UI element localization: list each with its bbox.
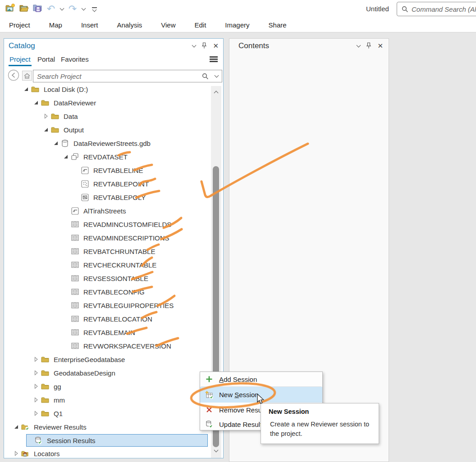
new-project-icon	[5, 4, 15, 14]
tree-item-gg[interactable]: gg	[5, 380, 210, 393]
search-dropdown-chevron-icon[interactable]	[215, 73, 219, 78]
tree-item-label: GeodatabaseDesign	[54, 369, 115, 377]
tree-item-locators[interactable]: Locators	[5, 447, 210, 458]
expander-spacer	[63, 234, 71, 241]
pane-options-menu-icon[interactable]	[210, 56, 218, 63]
chevron-down-icon	[81, 6, 86, 11]
tree-item-revtablelocation[interactable]: REVTABLELOCATION	[5, 312, 210, 326]
catalog-search-input[interactable]	[37, 72, 186, 80]
polygon-feature-class-icon	[81, 194, 89, 201]
save-project-button[interactable]	[31, 3, 44, 15]
collapse-arrow-icon[interactable]	[14, 423, 21, 430]
scroll-down-icon[interactable]	[214, 448, 219, 453]
tree-item-revtableguiproperties[interactable]: REVTABLEGUIPROPERTIES	[5, 299, 210, 312]
tree-item-reviewer-results[interactable]: Reviewer Results	[5, 420, 210, 434]
command-search-input[interactable]	[412, 5, 476, 13]
open-project-button[interactable]	[17, 3, 31, 15]
tree-item-label: REVTABLELINE	[93, 167, 143, 174]
expand-arrow-icon[interactable]	[14, 450, 21, 457]
tree-item-revtablepoly[interactable]: REVTABLEPOLY	[5, 190, 210, 204]
new-project-button[interactable]	[4, 3, 17, 15]
tree-item-revtablepoint[interactable]: REVTABLEPOINT	[5, 177, 210, 190]
tree-item-datareviewerstreets-gdb[interactable]: DataReviewerStreets.gdb	[5, 136, 210, 150]
tooltip: New Session Create a new Reviewer sessio…	[261, 403, 379, 444]
expand-arrow-icon[interactable]	[33, 410, 41, 417]
ribbon-tab-insert[interactable]: Insert	[81, 21, 98, 29]
tree-item-geodatabasedesign[interactable]: GeodatabaseDesign	[5, 366, 210, 380]
ribbon-tab-map[interactable]: Map	[49, 21, 62, 29]
command-search-box[interactable]	[397, 2, 476, 16]
tree-item-altirahstreets[interactable]: AlTirahStreets	[5, 204, 210, 217]
ribbon-tab-view[interactable]: View	[161, 21, 175, 29]
folder-icon	[41, 99, 49, 107]
collapse-arrow-icon[interactable]	[63, 153, 71, 160]
expand-arrow-icon[interactable]	[43, 113, 51, 120]
close-icon[interactable]: ✕	[377, 43, 383, 49]
collapse-arrow-icon[interactable]	[33, 99, 41, 106]
expander-spacer	[63, 329, 71, 336]
folder-icon	[51, 126, 59, 133]
expander-spacer	[63, 288, 71, 295]
tree-item-revworkspaceversion[interactable]: REVWORKSPACEVERSION	[5, 339, 210, 353]
collapse-arrow-icon[interactable]	[23, 86, 31, 93]
expand-arrow-icon[interactable]	[33, 356, 41, 363]
contents-pane-header: Contents ✕	[229, 39, 389, 53]
tree-item-q1[interactable]: Q1	[5, 407, 210, 420]
ribbon-tab-analysis[interactable]: Analysis	[117, 21, 142, 29]
menu-item-add-session[interactable]: Add Session	[200, 372, 322, 386]
search-icon[interactable]	[202, 73, 209, 80]
table-icon	[71, 275, 79, 282]
expand-arrow-icon[interactable]	[33, 383, 41, 390]
collapse-arrow-icon[interactable]	[43, 126, 51, 133]
catalog-tab-favorites[interactable]: Favorites	[61, 55, 89, 63]
tree-item-output[interactable]: Output	[5, 123, 210, 136]
tree-item-revtablemain[interactable]: REVTABLEMAIN	[5, 326, 210, 339]
save-project-icon	[32, 4, 42, 14]
tree-item-label: DataReviewerStreets.gdb	[73, 140, 151, 147]
collapse-arrow-icon[interactable]	[53, 140, 61, 147]
pane-menu-chevron-icon[interactable]	[192, 43, 197, 47]
tree-item-enterprisegeodatabase[interactable]: EnterpriseGeodatabase	[5, 353, 210, 366]
tree-item-label: AlTirahStreets	[83, 207, 126, 215]
catalog-tab-portal[interactable]: Portal	[37, 55, 55, 63]
expander-spacer	[27, 437, 34, 444]
back-button[interactable]	[8, 69, 19, 81]
tree-item-revtableconfig[interactable]: REVTABLECONFIG	[5, 285, 210, 299]
tree-item-label: REVADMINDESCRIPTIONS	[83, 234, 169, 242]
undo-button[interactable]: ↶	[44, 3, 58, 15]
ribbon-tab-edit[interactable]: Edit	[195, 21, 206, 29]
undo-dropdown[interactable]	[58, 3, 66, 15]
tree-item-session-results[interactable]: Session Results	[26, 434, 208, 447]
tree-item-data[interactable]: Data	[5, 109, 210, 123]
expand-arrow-icon[interactable]	[33, 369, 41, 376]
redo-button[interactable]: ↷	[66, 3, 79, 15]
ribbon-tab-imagery[interactable]: Imagery	[225, 21, 249, 29]
tree-item-revadmindescriptions[interactable]: REVADMINDESCRIPTIONS	[5, 231, 210, 245]
redo-dropdown[interactable]	[79, 3, 87, 15]
tree-item-label: Session Results	[47, 437, 96, 444]
catalog-tab-project[interactable]: Project	[9, 55, 31, 63]
tree-item-revdataset[interactable]: REVDATASET	[5, 150, 210, 163]
contents-pane-title: Contents	[238, 41, 269, 50]
tree-item-revcheckruntable[interactable]: REVCHECKRUNTABLE	[5, 258, 210, 272]
scroll-up-icon[interactable]	[214, 91, 219, 95]
tree-item-mm[interactable]: mm	[5, 393, 210, 407]
tree-item-local-disk-d-[interactable]: Local Disk (D:)	[5, 86, 210, 96]
pin-icon[interactable]	[366, 42, 371, 49]
table-icon	[71, 221, 79, 228]
tree-item-datareviewer[interactable]: DataReviewer	[5, 96, 210, 109]
tree-item-revadmincustomfields[interactable]: REVADMINCUSTOMFIELDS	[5, 217, 210, 231]
tree-item-revbatchruntable[interactable]: REVBATCHRUNTABLE	[5, 245, 210, 258]
expand-arrow-icon[interactable]	[33, 396, 41, 403]
folder-icon	[41, 396, 49, 403]
pane-menu-chevron-icon[interactable]	[357, 43, 361, 47]
tree-item-revtableline[interactable]: REVTABLELINE	[5, 163, 210, 177]
catalog-search-box[interactable]	[33, 70, 222, 82]
close-icon[interactable]: ✕	[213, 43, 219, 49]
ribbon-tab-share[interactable]: Share	[269, 21, 287, 29]
home-button[interactable]	[22, 71, 32, 81]
ribbon-tab-project[interactable]: Project	[9, 21, 30, 29]
tree-item-revsessiontable[interactable]: REVSESSIONTABLE	[5, 272, 210, 285]
pin-icon[interactable]	[201, 42, 207, 49]
customize-quick-access-button[interactable]	[87, 3, 101, 15]
